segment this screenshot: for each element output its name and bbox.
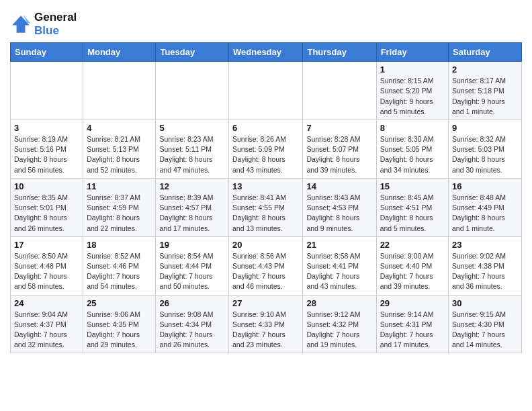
- day-info: Sunrise: 8:19 AM Sunset: 5:16 PM Dayligh…: [14, 134, 79, 175]
- week-row-1: 1Sunrise: 8:15 AM Sunset: 5:20 PM Daylig…: [11, 62, 522, 120]
- day-number: 8: [380, 123, 445, 133]
- day-info: Sunrise: 9:02 AM Sunset: 4:38 PM Dayligh…: [452, 251, 518, 292]
- day-number: 27: [232, 298, 299, 308]
- day-cell: 5Sunrise: 8:23 AM Sunset: 5:11 PM Daylig…: [156, 120, 229, 178]
- day-number: 24: [14, 298, 79, 308]
- day-number: 5: [159, 123, 225, 133]
- day-cell: 6Sunrise: 8:26 AM Sunset: 5:09 PM Daylig…: [229, 120, 303, 178]
- day-cell: 7Sunrise: 8:28 AM Sunset: 5:07 PM Daylig…: [303, 120, 376, 178]
- col-header-tuesday: Tuesday: [156, 43, 229, 62]
- day-info: Sunrise: 8:30 AM Sunset: 5:05 PM Dayligh…: [380, 134, 445, 175]
- day-number: 28: [306, 298, 372, 308]
- day-info: Sunrise: 9:12 AM Sunset: 4:32 PM Dayligh…: [306, 310, 372, 351]
- day-cell: [303, 62, 376, 120]
- day-info: Sunrise: 9:14 AM Sunset: 4:31 PM Dayligh…: [380, 310, 445, 351]
- day-cell: 17Sunrise: 8:50 AM Sunset: 4:48 PM Dayli…: [11, 236, 83, 295]
- day-cell: 22Sunrise: 9:00 AM Sunset: 4:40 PM Dayli…: [376, 236, 448, 295]
- day-info: Sunrise: 8:37 AM Sunset: 4:59 PM Dayligh…: [87, 193, 152, 234]
- day-cell: 21Sunrise: 8:58 AM Sunset: 4:41 PM Dayli…: [303, 236, 376, 295]
- day-info: Sunrise: 8:56 AM Sunset: 4:43 PM Dayligh…: [232, 251, 299, 292]
- day-cell: [11, 62, 83, 120]
- col-header-thursday: Thursday: [303, 43, 376, 62]
- day-info: Sunrise: 8:35 AM Sunset: 5:01 PM Dayligh…: [14, 193, 79, 234]
- day-cell: 23Sunrise: 9:02 AM Sunset: 4:38 PM Dayli…: [449, 236, 522, 295]
- day-info: Sunrise: 9:10 AM Sunset: 4:33 PM Dayligh…: [232, 310, 299, 351]
- day-info: Sunrise: 8:21 AM Sunset: 5:13 PM Dayligh…: [87, 134, 152, 175]
- day-cell: 20Sunrise: 8:56 AM Sunset: 4:43 PM Dayli…: [229, 236, 303, 295]
- day-info: Sunrise: 8:15 AM Sunset: 5:20 PM Dayligh…: [380, 76, 445, 117]
- day-info: Sunrise: 8:54 AM Sunset: 4:44 PM Dayligh…: [159, 251, 225, 292]
- day-info: Sunrise: 8:28 AM Sunset: 5:07 PM Dayligh…: [306, 134, 372, 175]
- day-info: Sunrise: 8:32 AM Sunset: 5:03 PM Dayligh…: [452, 134, 518, 175]
- week-row-2: 3Sunrise: 8:19 AM Sunset: 5:16 PM Daylig…: [11, 120, 522, 178]
- day-number: 3: [14, 123, 79, 133]
- day-number: 25: [87, 298, 152, 308]
- day-cell: 3Sunrise: 8:19 AM Sunset: 5:16 PM Daylig…: [11, 120, 83, 178]
- day-info: Sunrise: 8:50 AM Sunset: 4:48 PM Dayligh…: [14, 251, 79, 292]
- col-header-friday: Friday: [376, 43, 448, 62]
- day-cell: 4Sunrise: 8:21 AM Sunset: 5:13 PM Daylig…: [83, 120, 156, 178]
- day-number: 17: [14, 240, 79, 250]
- day-cell: 1Sunrise: 8:15 AM Sunset: 5:20 PM Daylig…: [376, 62, 448, 120]
- header-row: SundayMondayTuesdayWednesdayThursdayFrid…: [11, 43, 522, 62]
- day-cell: 19Sunrise: 8:54 AM Sunset: 4:44 PM Dayli…: [156, 236, 229, 295]
- day-number: 12: [159, 181, 225, 191]
- day-cell: 18Sunrise: 8:52 AM Sunset: 4:46 PM Dayli…: [83, 236, 156, 295]
- day-cell: 8Sunrise: 8:30 AM Sunset: 5:05 PM Daylig…: [376, 120, 448, 178]
- day-number: 21: [306, 240, 372, 250]
- day-cell: 11Sunrise: 8:37 AM Sunset: 4:59 PM Dayli…: [83, 178, 156, 236]
- col-header-saturday: Saturday: [449, 43, 522, 62]
- day-cell: 28Sunrise: 9:12 AM Sunset: 4:32 PM Dayli…: [303, 295, 376, 353]
- logo-icon: [10, 13, 32, 35]
- day-info: Sunrise: 8:48 AM Sunset: 4:49 PM Dayligh…: [452, 193, 518, 234]
- day-cell: 13Sunrise: 8:41 AM Sunset: 4:55 PM Dayli…: [229, 178, 303, 236]
- day-info: Sunrise: 8:17 AM Sunset: 5:18 PM Dayligh…: [452, 76, 518, 117]
- day-number: 22: [380, 240, 445, 250]
- logo: General Blue: [10, 11, 77, 37]
- day-number: 16: [452, 181, 518, 191]
- day-info: Sunrise: 8:45 AM Sunset: 4:51 PM Dayligh…: [380, 193, 445, 234]
- day-cell: 27Sunrise: 9:10 AM Sunset: 4:33 PM Dayli…: [229, 295, 303, 353]
- day-cell: 29Sunrise: 9:14 AM Sunset: 4:31 PM Dayli…: [376, 295, 448, 353]
- header: General Blue: [10, 7, 522, 37]
- logo-text: General Blue: [34, 11, 77, 37]
- day-cell: [83, 62, 156, 120]
- day-number: 20: [232, 240, 299, 250]
- day-number: 2: [452, 64, 518, 75]
- col-header-monday: Monday: [83, 43, 156, 62]
- day-cell: 9Sunrise: 8:32 AM Sunset: 5:03 PM Daylig…: [449, 120, 522, 178]
- day-number: 9: [452, 123, 518, 133]
- day-number: 13: [232, 181, 299, 191]
- calendar-table: SundayMondayTuesdayWednesdayThursdayFrid…: [10, 42, 522, 353]
- day-number: 23: [452, 240, 518, 250]
- day-cell: 12Sunrise: 8:39 AM Sunset: 4:57 PM Dayli…: [156, 178, 229, 236]
- day-cell: 16Sunrise: 8:48 AM Sunset: 4:49 PM Dayli…: [449, 178, 522, 236]
- week-row-5: 24Sunrise: 9:04 AM Sunset: 4:37 PM Dayli…: [11, 295, 522, 353]
- day-info: Sunrise: 8:43 AM Sunset: 4:53 PM Dayligh…: [306, 193, 372, 234]
- day-cell: 2Sunrise: 8:17 AM Sunset: 5:18 PM Daylig…: [449, 62, 522, 120]
- day-info: Sunrise: 8:41 AM Sunset: 4:55 PM Dayligh…: [232, 193, 299, 234]
- day-cell: 26Sunrise: 9:08 AM Sunset: 4:34 PM Dayli…: [156, 295, 229, 353]
- day-cell: 25Sunrise: 9:06 AM Sunset: 4:35 PM Dayli…: [83, 295, 156, 353]
- day-number: 26: [159, 298, 225, 308]
- day-info: Sunrise: 8:26 AM Sunset: 5:09 PM Dayligh…: [232, 134, 299, 175]
- day-info: Sunrise: 8:52 AM Sunset: 4:46 PM Dayligh…: [87, 251, 152, 292]
- day-cell: 30Sunrise: 9:15 AM Sunset: 4:30 PM Dayli…: [449, 295, 522, 353]
- day-info: Sunrise: 8:23 AM Sunset: 5:11 PM Dayligh…: [159, 134, 225, 175]
- day-info: Sunrise: 9:06 AM Sunset: 4:35 PM Dayligh…: [87, 310, 152, 351]
- day-info: Sunrise: 8:39 AM Sunset: 4:57 PM Dayligh…: [159, 193, 225, 234]
- day-info: Sunrise: 8:58 AM Sunset: 4:41 PM Dayligh…: [306, 251, 372, 292]
- day-number: 15: [380, 181, 445, 191]
- day-info: Sunrise: 9:08 AM Sunset: 4:34 PM Dayligh…: [159, 310, 225, 351]
- day-number: 30: [452, 298, 518, 308]
- day-number: 1: [380, 64, 445, 75]
- day-number: 19: [159, 240, 225, 250]
- day-info: Sunrise: 9:04 AM Sunset: 4:37 PM Dayligh…: [14, 310, 79, 351]
- day-cell: 15Sunrise: 8:45 AM Sunset: 4:51 PM Dayli…: [376, 178, 448, 236]
- day-number: 29: [380, 298, 445, 308]
- day-cell: 14Sunrise: 8:43 AM Sunset: 4:53 PM Dayli…: [303, 178, 376, 236]
- day-number: 11: [87, 181, 152, 191]
- week-row-3: 10Sunrise: 8:35 AM Sunset: 5:01 PM Dayli…: [11, 178, 522, 236]
- day-cell: 10Sunrise: 8:35 AM Sunset: 5:01 PM Dayli…: [11, 178, 83, 236]
- day-number: 6: [232, 123, 299, 133]
